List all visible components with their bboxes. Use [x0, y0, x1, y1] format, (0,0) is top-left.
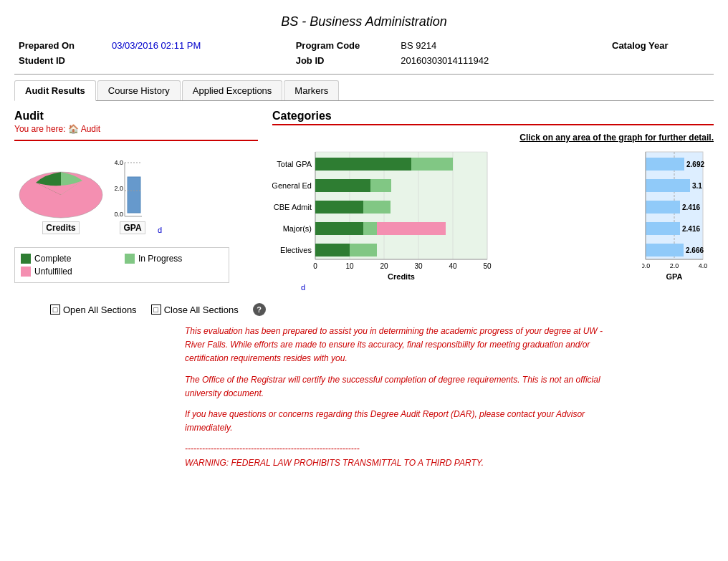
- svg-rect-24: [363, 222, 377, 235]
- credits-label: Credits: [42, 221, 79, 234]
- disclaimer: This evaluation has been prepared to ass…: [113, 325, 615, 470]
- svg-text:Major(s): Major(s): [283, 224, 312, 233]
- complete-icon: [21, 254, 31, 264]
- svg-text:0.0: 0.0: [642, 262, 650, 269]
- svg-rect-17: [315, 158, 411, 171]
- svg-text:30: 30: [414, 262, 423, 270]
- catalog-year-value: [701, 38, 714, 53]
- audit-title: Audit: [14, 110, 258, 123]
- svg-rect-23: [315, 222, 363, 235]
- d-placeholder: d: [158, 226, 162, 234]
- sections-controls: □ Open All Sections □ Close All Sections…: [14, 303, 714, 316]
- svg-text:3.1: 3.1: [692, 182, 702, 190]
- d-placeholder-2: d: [14, 283, 714, 292]
- warning: WARNING: FEDERAL LAW PROHIBITS TRANSMITT…: [185, 456, 615, 470]
- bottom-section: □ Open All Sections □ Close All Sections…: [14, 303, 714, 470]
- tab-course-history[interactable]: Course History: [97, 80, 181, 100]
- svg-text:General Ed: General Ed: [272, 181, 312, 190]
- svg-rect-22: [363, 201, 391, 214]
- legend-in-progress: In Progress: [125, 254, 223, 264]
- svg-text:4.0: 4.0: [699, 262, 708, 269]
- job-id-label: Job ID: [292, 53, 397, 68]
- page-title: BS - Business Administration: [14, 7, 714, 38]
- gpa-chart-svg[interactable]: 2.692 3.1 2.416 2.416 2.666 0.0: [642, 148, 721, 281]
- in-progress-label: In Progress: [138, 254, 182, 264]
- tab-applied-exceptions[interactable]: Applied Exceptions: [182, 80, 283, 100]
- svg-text:Electives: Electives: [280, 246, 312, 254]
- svg-text:GPA: GPA: [666, 272, 682, 281]
- complete-label: Complete: [34, 254, 71, 264]
- charts-row: Total GPA General Ed CBE Admit Major(s) …: [272, 148, 714, 283]
- pie-chart[interactable]: [14, 155, 107, 220]
- svg-text:2.692: 2.692: [686, 160, 704, 168]
- svg-text:Total GPA: Total GPA: [277, 160, 312, 168]
- svg-rect-49: [646, 222, 680, 235]
- audit-charts: Credits 4.0 2.0 0.0: [14, 148, 258, 241]
- svg-rect-18: [411, 158, 453, 171]
- svg-rect-21: [315, 201, 363, 214]
- unfulfilled-label: Unfulfilled: [34, 267, 72, 277]
- disclaimer-p3: If you have questions or concerns regard…: [185, 408, 615, 435]
- svg-text:CBE Admit: CBE Admit: [274, 203, 312, 211]
- svg-rect-27: [350, 244, 377, 256]
- svg-text:4.0: 4.0: [115, 159, 123, 166]
- svg-rect-19: [315, 179, 370, 192]
- legend: Complete In Progress Unfulfilled: [14, 247, 229, 283]
- program-code-label: Program Code: [292, 38, 397, 53]
- program-code-value: BS 9214: [396, 38, 536, 53]
- content-area: Audit You are here: 🏠 Audit: [14, 101, 714, 283]
- gpa-bar-chart[interactable]: 4.0 2.0 0.0: [115, 159, 150, 220]
- svg-rect-43: [646, 158, 684, 171]
- credits-bar-chart[interactable]: Total GPA General Ed CBE Admit Major(s) …: [272, 148, 635, 283]
- svg-text:20: 20: [380, 262, 388, 270]
- disclaimer-p2: The Office of the Registrar will certify…: [185, 373, 615, 401]
- credits-chart-svg[interactable]: Total GPA General Ed CBE Admit Major(s) …: [272, 148, 502, 281]
- close-all-label[interactable]: Close All Sections: [164, 305, 239, 315]
- open-all-icon: □: [50, 305, 60, 315]
- prepared-on-value: 03/03/2016 02:11 PM: [107, 38, 249, 53]
- close-all-icon: □: [151, 305, 161, 315]
- categories-panel: Categories Click on any area of the grap…: [272, 110, 714, 283]
- meta-info: Prepared On 03/03/2016 02:11 PM Program …: [14, 38, 714, 68]
- categories-title: Categories: [272, 110, 714, 123]
- disclaimer-p1: This evaluation has been prepared to ass…: [185, 325, 615, 366]
- svg-rect-45: [646, 179, 690, 192]
- gpa-label: GPA: [120, 221, 145, 234]
- legend-unfulfilled: Unfulfilled: [21, 267, 119, 277]
- svg-rect-47: [646, 201, 680, 214]
- svg-text:2.416: 2.416: [682, 203, 700, 211]
- catalog-year-label: Catalog Year: [608, 38, 701, 53]
- gpa-column-chart[interactable]: 2.692 3.1 2.416 2.416 2.666 0.0: [642, 148, 714, 283]
- tab-audit-results[interactable]: Audit Results: [14, 80, 96, 101]
- in-progress-icon: [125, 254, 135, 264]
- svg-text:2.0: 2.0: [115, 185, 123, 192]
- dashes: ----------------------------------------…: [185, 442, 615, 456]
- job-id-value: 20160303014111942: [396, 53, 536, 68]
- open-all-button[interactable]: □ Open All Sections: [50, 305, 137, 315]
- tab-markers[interactable]: Markers: [284, 80, 339, 100]
- close-all-button[interactable]: □ Close All Sections: [151, 305, 239, 315]
- svg-text:50: 50: [483, 262, 492, 270]
- svg-text:2.0: 2.0: [670, 262, 679, 269]
- breadcrumb: You are here: 🏠 Audit: [14, 124, 258, 134]
- svg-text:2.666: 2.666: [686, 246, 704, 254]
- breadcrumb-text: You are here:: [14, 124, 66, 134]
- tab-bar: Audit Results Course History Applied Exc…: [14, 80, 714, 101]
- open-all-label[interactable]: Open All Sections: [63, 305, 137, 315]
- student-id-value: [107, 53, 249, 68]
- prepared-on-label: Prepared On: [14, 38, 107, 53]
- svg-text:0.0: 0.0: [115, 211, 123, 218]
- gpa-bar: 4.0 2.0 0.0 GPA: [115, 159, 150, 234]
- unfulfilled-icon: [21, 267, 31, 277]
- legend-complete: Complete: [21, 254, 119, 264]
- svg-rect-26: [315, 244, 350, 256]
- student-id-label: Student ID: [14, 53, 107, 68]
- svg-text:0: 0: [313, 262, 317, 270]
- svg-text:Credits: Credits: [388, 272, 415, 281]
- svg-text:2.416: 2.416: [682, 225, 700, 233]
- svg-rect-51: [646, 244, 684, 256]
- help-icon[interactable]: ?: [253, 303, 266, 316]
- breadcrumb-home[interactable]: 🏠 Audit: [68, 124, 100, 134]
- svg-text:40: 40: [449, 262, 457, 270]
- svg-text:10: 10: [345, 262, 354, 270]
